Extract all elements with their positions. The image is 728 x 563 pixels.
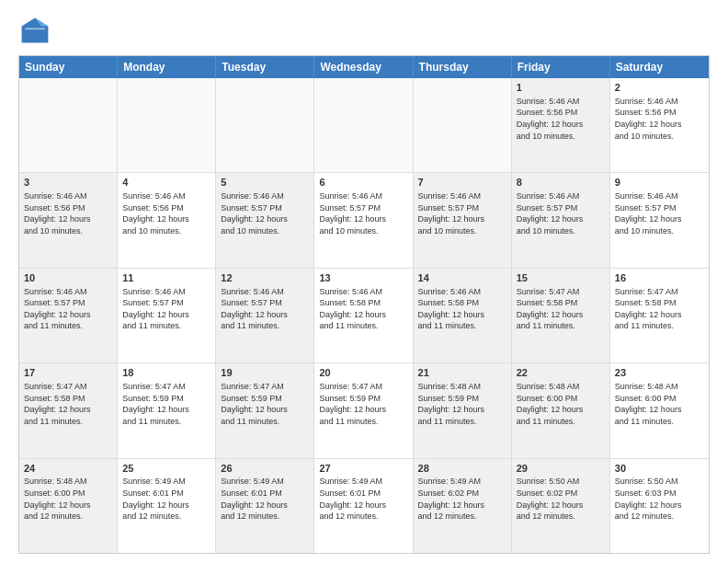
- calendar: SundayMondayTuesdayWednesdayThursdayFrid…: [18, 55, 710, 554]
- day-number: 10: [24, 271, 112, 285]
- day-number: 9: [615, 176, 704, 190]
- day-info: Sunrise: 5:46 AM Sunset: 5:56 PM Dayligh…: [122, 190, 210, 236]
- weekday-header-saturday: Saturday: [610, 56, 709, 78]
- day-number: 25: [122, 462, 210, 476]
- day-info: Sunrise: 5:47 AM Sunset: 5:58 PM Dayligh…: [615, 286, 704, 332]
- day-number: 15: [517, 271, 605, 285]
- day-cell-4: 4Sunrise: 5:46 AM Sunset: 5:56 PM Daylig…: [118, 173, 216, 267]
- day-number: 11: [122, 271, 210, 285]
- day-cell-30: 30Sunrise: 5:50 AM Sunset: 6:03 PM Dayli…: [610, 459, 709, 553]
- day-cell-27: 27Sunrise: 5:49 AM Sunset: 6:01 PM Dayli…: [314, 459, 413, 553]
- day-cell-26: 26Sunrise: 5:49 AM Sunset: 6:01 PM Dayli…: [216, 459, 314, 553]
- day-info: Sunrise: 5:46 AM Sunset: 5:56 PM Dayligh…: [615, 96, 704, 142]
- calendar-body: 1Sunrise: 5:46 AM Sunset: 5:56 PM Daylig…: [19, 78, 709, 553]
- day-number: 16: [615, 271, 704, 285]
- day-number: 4: [122, 176, 210, 190]
- day-info: Sunrise: 5:46 AM Sunset: 5:57 PM Dayligh…: [319, 190, 407, 236]
- day-cell-20: 20Sunrise: 5:47 AM Sunset: 5:59 PM Dayli…: [314, 363, 413, 457]
- weekday-header-thursday: Thursday: [414, 56, 512, 78]
- day-cell-17: 17Sunrise: 5:47 AM Sunset: 5:58 PM Dayli…: [19, 363, 118, 457]
- day-cell-5: 5Sunrise: 5:46 AM Sunset: 5:57 PM Daylig…: [216, 173, 314, 267]
- day-info: Sunrise: 5:46 AM Sunset: 5:57 PM Dayligh…: [615, 190, 704, 236]
- day-info: Sunrise: 5:46 AM Sunset: 5:56 PM Dayligh…: [24, 190, 112, 236]
- day-cell-12: 12Sunrise: 5:46 AM Sunset: 5:57 PM Dayli…: [216, 269, 314, 362]
- calendar-row-4: 24Sunrise: 5:48 AM Sunset: 6:00 PM Dayli…: [19, 459, 709, 553]
- day-info: Sunrise: 5:46 AM Sunset: 5:56 PM Dayligh…: [517, 96, 605, 142]
- day-number: 28: [418, 462, 506, 476]
- day-cell-16: 16Sunrise: 5:47 AM Sunset: 5:58 PM Dayli…: [610, 269, 709, 362]
- day-number: 30: [615, 462, 704, 476]
- header: [18, 15, 710, 48]
- day-info: Sunrise: 5:49 AM Sunset: 6:01 PM Dayligh…: [122, 476, 210, 522]
- weekday-header-wednesday: Wednesday: [314, 56, 413, 78]
- empty-cell-0-0: [19, 78, 118, 172]
- weekday-header-monday: Monday: [118, 56, 216, 78]
- day-number: 12: [221, 271, 309, 285]
- day-info: Sunrise: 5:46 AM Sunset: 5:57 PM Dayligh…: [24, 286, 112, 332]
- calendar-header: SundayMondayTuesdayWednesdayThursdayFrid…: [19, 56, 709, 78]
- day-info: Sunrise: 5:49 AM Sunset: 6:01 PM Dayligh…: [319, 476, 407, 522]
- day-number: 29: [517, 462, 605, 476]
- day-cell-22: 22Sunrise: 5:48 AM Sunset: 6:00 PM Dayli…: [512, 363, 610, 457]
- day-number: 1: [517, 81, 605, 95]
- day-cell-25: 25Sunrise: 5:49 AM Sunset: 6:01 PM Dayli…: [118, 459, 216, 553]
- day-number: 22: [517, 366, 605, 380]
- day-cell-10: 10Sunrise: 5:46 AM Sunset: 5:57 PM Dayli…: [19, 269, 118, 362]
- logo: [18, 15, 55, 48]
- weekday-header-sunday: Sunday: [19, 56, 118, 78]
- day-info: Sunrise: 5:48 AM Sunset: 6:00 PM Dayligh…: [517, 381, 605, 427]
- day-number: 23: [615, 366, 704, 380]
- day-info: Sunrise: 5:49 AM Sunset: 6:02 PM Dayligh…: [418, 476, 506, 522]
- svg-rect-2: [25, 28, 45, 29]
- day-cell-14: 14Sunrise: 5:46 AM Sunset: 5:58 PM Dayli…: [414, 269, 512, 362]
- day-info: Sunrise: 5:46 AM Sunset: 5:57 PM Dayligh…: [418, 190, 506, 236]
- day-info: Sunrise: 5:47 AM Sunset: 5:58 PM Dayligh…: [24, 381, 112, 427]
- day-number: 18: [122, 366, 210, 380]
- day-info: Sunrise: 5:46 AM Sunset: 5:57 PM Dayligh…: [517, 190, 605, 236]
- day-cell-18: 18Sunrise: 5:47 AM Sunset: 5:59 PM Dayli…: [118, 363, 216, 457]
- day-number: 6: [319, 176, 407, 190]
- day-info: Sunrise: 5:47 AM Sunset: 5:59 PM Dayligh…: [319, 381, 407, 427]
- weekday-header-tuesday: Tuesday: [216, 56, 314, 78]
- logo-icon: [18, 15, 51, 48]
- day-cell-7: 7Sunrise: 5:46 AM Sunset: 5:57 PM Daylig…: [414, 173, 512, 267]
- day-number: 2: [615, 81, 704, 95]
- svg-marker-0: [22, 18, 49, 43]
- day-cell-19: 19Sunrise: 5:47 AM Sunset: 5:59 PM Dayli…: [216, 363, 314, 457]
- day-info: Sunrise: 5:48 AM Sunset: 6:00 PM Dayligh…: [24, 476, 112, 522]
- calendar-row-1: 3Sunrise: 5:46 AM Sunset: 5:56 PM Daylig…: [19, 173, 709, 268]
- empty-cell-0-4: [414, 78, 512, 172]
- day-number: 5: [221, 176, 309, 190]
- day-info: Sunrise: 5:50 AM Sunset: 6:03 PM Dayligh…: [615, 476, 704, 522]
- day-cell-13: 13Sunrise: 5:46 AM Sunset: 5:58 PM Dayli…: [314, 269, 413, 362]
- empty-cell-0-1: [118, 78, 216, 172]
- day-number: 27: [319, 462, 407, 476]
- day-info: Sunrise: 5:50 AM Sunset: 6:02 PM Dayligh…: [517, 476, 605, 522]
- day-cell-2: 2Sunrise: 5:46 AM Sunset: 5:56 PM Daylig…: [610, 78, 709, 172]
- day-number: 3: [24, 176, 112, 190]
- day-number: 24: [24, 462, 112, 476]
- day-info: Sunrise: 5:46 AM Sunset: 5:58 PM Dayligh…: [319, 286, 407, 332]
- day-info: Sunrise: 5:47 AM Sunset: 5:58 PM Dayligh…: [517, 286, 605, 332]
- day-number: 21: [418, 366, 506, 380]
- calendar-row-2: 10Sunrise: 5:46 AM Sunset: 5:57 PM Dayli…: [19, 269, 709, 363]
- day-number: 8: [517, 176, 605, 190]
- day-number: 26: [221, 462, 309, 476]
- day-number: 7: [418, 176, 506, 190]
- day-cell-6: 6Sunrise: 5:46 AM Sunset: 5:57 PM Daylig…: [314, 173, 413, 267]
- day-cell-29: 29Sunrise: 5:50 AM Sunset: 6:02 PM Dayli…: [512, 459, 610, 553]
- day-info: Sunrise: 5:48 AM Sunset: 5:59 PM Dayligh…: [418, 381, 506, 427]
- day-cell-15: 15Sunrise: 5:47 AM Sunset: 5:58 PM Dayli…: [512, 269, 610, 362]
- weekday-header-friday: Friday: [512, 56, 610, 78]
- day-cell-23: 23Sunrise: 5:48 AM Sunset: 6:00 PM Dayli…: [610, 363, 709, 457]
- calendar-row-3: 17Sunrise: 5:47 AM Sunset: 5:58 PM Dayli…: [19, 363, 709, 458]
- day-cell-21: 21Sunrise: 5:48 AM Sunset: 5:59 PM Dayli…: [414, 363, 512, 457]
- day-number: 19: [221, 366, 309, 380]
- day-info: Sunrise: 5:49 AM Sunset: 6:01 PM Dayligh…: [221, 476, 309, 522]
- empty-cell-0-3: [314, 78, 413, 172]
- day-cell-28: 28Sunrise: 5:49 AM Sunset: 6:02 PM Dayli…: [414, 459, 512, 553]
- day-cell-8: 8Sunrise: 5:46 AM Sunset: 5:57 PM Daylig…: [512, 173, 610, 267]
- calendar-row-0: 1Sunrise: 5:46 AM Sunset: 5:56 PM Daylig…: [19, 78, 709, 173]
- day-info: Sunrise: 5:46 AM Sunset: 5:57 PM Dayligh…: [221, 286, 309, 332]
- empty-cell-0-2: [216, 78, 314, 172]
